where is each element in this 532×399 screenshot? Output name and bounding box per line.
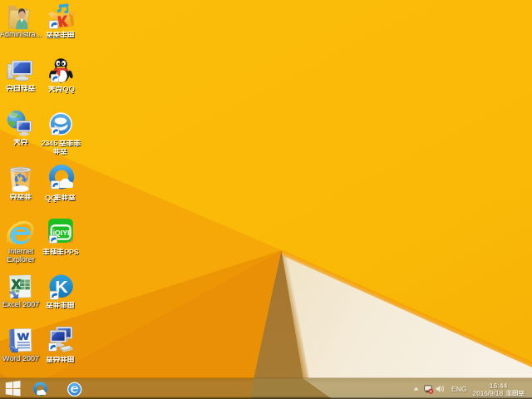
svg-text:ENG: ENG bbox=[451, 385, 467, 393]
svg-text:2016/9/18: 2016/9/18 bbox=[473, 390, 504, 397]
svg-text:PPS: PPS bbox=[64, 248, 79, 256]
svg-text:QQ: QQ bbox=[62, 85, 74, 93]
svg-text:2345: 2345 bbox=[41, 139, 57, 147]
svg-text:16:44: 16:44 bbox=[490, 382, 508, 390]
